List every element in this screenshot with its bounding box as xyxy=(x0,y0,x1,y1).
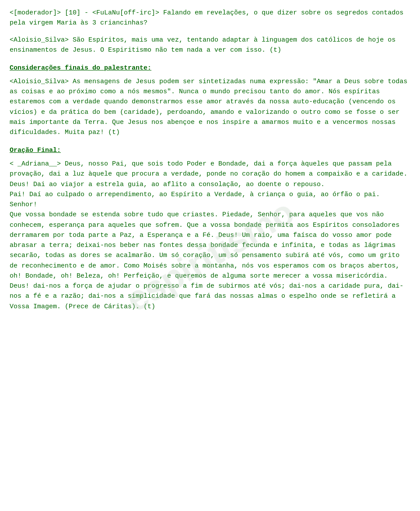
prayer-block: < _Adriana__> Deus, nosso Pai, que sois … xyxy=(10,159,410,312)
aloisio2-block: <Aloisio_Silva> As mensagens de Jesus po… xyxy=(10,77,410,138)
aloisio2-text: <Aloisio_Silva> As mensagens de Jesus po… xyxy=(10,78,407,136)
aloisio1-block: <Aloisio_Silva> São Espíritos, mais uma … xyxy=(10,35,410,56)
intro-text: <[moderador]> [10] - <FuLaNu[off-irc]> F… xyxy=(10,9,403,27)
aloisio1-text: <Aloisio_Silva> São Espíritos, mais uma … xyxy=(10,36,396,54)
intro-block: <[moderador]> [10] - <FuLaNu[off-irc]> F… xyxy=(10,8,410,28)
heading-considerations: Considerações finais do palestrante: xyxy=(10,63,410,73)
page-content: <[moderador]> [10] - <FuLaNu[off-irc]> F… xyxy=(10,8,410,312)
heading-prayer: Oração Final: xyxy=(10,145,410,155)
prayer-text: < _Adriana__> Deus, nosso Pai, que sois … xyxy=(10,160,411,310)
